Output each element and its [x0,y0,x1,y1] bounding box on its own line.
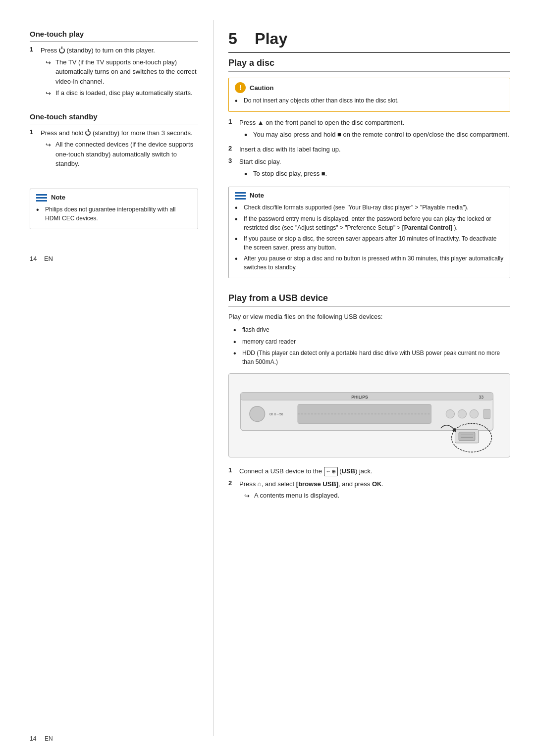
note-bullet-item: • After you pause or stop a disc and no … [235,254,504,272]
step-text: Insert a disc with its label facing up. [239,145,510,154]
step-item: 1 Press ▲ on the front panel to open the… [228,118,510,142]
caution-icon: ! [235,82,246,93]
sub-bullets: • To stop disc play, press ■. [244,169,510,179]
step-item: 2 Press ⌂, and select [browse USB], and … [228,479,510,503]
note-box-play-disc: Note • Check disc/file formats supported… [228,187,510,278]
note-header: Note [235,191,504,200]
one-touch-standby-steps: 1 Press and hold (standby) for more than… [30,128,198,171]
sub-bullets: ↪ All the connected devices (if the devi… [46,140,198,169]
step-number: 1 [228,466,237,476]
caution-header: ! Caution [235,82,504,93]
svg-rect-2 [36,200,47,202]
note-text: Philips does not guarantee interoperabil… [45,205,192,223]
chapter-name: Play [255,30,287,48]
page-number-text: 14 [30,735,36,742]
note-text: After you pause or stop a disc and no bu… [244,254,504,272]
note-bullet-item: • If you pause or stop a disc, the scree… [235,234,504,252]
arrow-icon: ↪ [46,140,54,150]
usb-steps: 1 Connect a USB device to the ←⊕ (USB) j… [228,466,510,503]
sub-bullet: • To stop disc play, press ■. [244,169,510,179]
usb-types-list: • flash drive • memory card reader • HDD… [233,325,510,366]
step-number: 2 [228,479,237,503]
page-number: 14 [30,255,37,262]
bullet-dot: • [235,234,242,244]
note-lines-icon [36,193,47,202]
sub-bullet-text: The TV (if the TV supports one-touch pla… [55,57,198,87]
bullet-dot: • [235,254,242,263]
svg-text:0h 0→56: 0h 0→56 [269,412,283,416]
sub-bullet: • You may also press and hold ■ on the r… [244,130,510,140]
note-bullet-item: • Philips does not guarantee interoperab… [36,205,192,223]
sub-bullet-text: A contents menu is displayed. [254,491,339,501]
step-number: 1 [228,118,237,142]
caution-bullet-list: • Do not insert any objects other than d… [235,96,504,105]
sub-bullet-text: If a disc is loaded, disc play automatic… [55,88,193,98]
note-bullet-item: • If the password entry menu is displaye… [235,214,504,232]
player-diagram: PHILIPS 33 0h 0→56 [228,373,510,457]
language-text: EN [45,735,53,742]
note-bullet-list: • Philips does not guarantee interoperab… [36,205,192,223]
play-usb-title: Play from a USB device [228,293,510,307]
svg-point-12 [250,406,265,422]
bullet-dot: • [235,214,242,224]
caution-bullet-item: • Do not insert any objects other than d… [235,96,504,105]
note-label: Note [250,192,264,199]
footer-page-number: 14 EN [30,735,53,742]
caution-label: Caution [250,84,273,92]
usb-type-text: HDD (This player can detect only a porta… [242,349,510,366]
sub-bullet-text: To stop disc play, press ■. [253,169,327,179]
svg-rect-3 [235,192,246,194]
bullet-dot: • [36,205,43,214]
sub-bullet-text: All the connected devices (if the device… [55,140,198,169]
note-lines-icon [235,191,246,200]
svg-rect-20 [459,432,475,441]
sub-bullet: ↪ All the connected devices (if the devi… [46,140,198,169]
arrow-icon: ↪ [46,58,54,68]
step-item: 1 Connect a USB device to the ←⊕ (USB) j… [228,466,510,476]
bullet-dot: • [235,203,242,212]
step-item: 2 Insert a disc with its label facing up… [228,145,510,154]
step-text: Press (standby) to turn on this player. … [41,46,198,101]
usb-type-text: memory card reader [242,337,296,346]
step-number: 3 [228,157,237,181]
bullet-dot: • [233,337,240,347]
step-item: 3 Start disc play. • To stop disc play, … [228,157,510,181]
svg-text:33: 33 [479,395,484,400]
bullet-dot: • [233,325,240,335]
arrow-icon: ↪ [244,491,252,501]
sub-bullet: ↪ A contents menu is displayed. [244,491,510,501]
step-number: 1 [30,128,39,171]
step-text: Press ▲ on the front panel to open the d… [239,118,510,142]
sub-bullet-text: You may also press and hold ■ on the rem… [253,130,509,140]
step-text: Start disc play. • To stop disc play, pr… [239,157,510,181]
usb-type-text: flash drive [242,325,269,334]
dot-icon: • [244,131,251,140]
language-label: EN [44,255,53,262]
bullet-dot: • [233,349,240,358]
one-touch-play-steps: 1 Press (standby) to turn on this player… [30,46,198,101]
step-number: 2 [228,145,237,154]
usb-type-item: • HDD (This player can detect only a por… [233,349,510,366]
note-box-left: Note • Philips does not guarantee intero… [30,189,198,229]
svg-text:PHILIPS: PHILIPS [351,395,368,400]
sub-bullets: • You may also press and hold ■ on the r… [244,130,510,140]
svg-rect-5 [235,198,246,200]
note-text: If you pause or stop a disc, the screen … [244,234,504,252]
usb-intro: Play or view media files on the followin… [228,312,510,322]
svg-point-13 [446,410,454,418]
chapter-title: 5 Play [228,30,510,53]
chapter-number: 5 [228,30,237,48]
right-column: 5 Play Play a disc ! Caution • Do not in… [213,20,535,736]
note-text: If the password entry menu is displayed,… [244,214,504,232]
note-header: Note [36,193,192,202]
left-column: One-touch play 1 Press (standby) to turn… [0,20,213,736]
sub-bullets: ↪ A contents menu is displayed. [244,491,510,501]
arrow-icon: ↪ [46,89,54,99]
usb-type-item: • flash drive [233,325,510,335]
svg-point-15 [470,410,478,418]
note-label: Note [51,194,65,201]
one-touch-play-title: One-touch play [30,30,198,42]
sub-bullet: ↪ If a disc is loaded, disc play automat… [46,88,198,99]
note-text: Check disc/file formats supported (see "… [244,203,469,212]
note-bullet-item: • Check disc/file formats supported (see… [235,203,504,212]
